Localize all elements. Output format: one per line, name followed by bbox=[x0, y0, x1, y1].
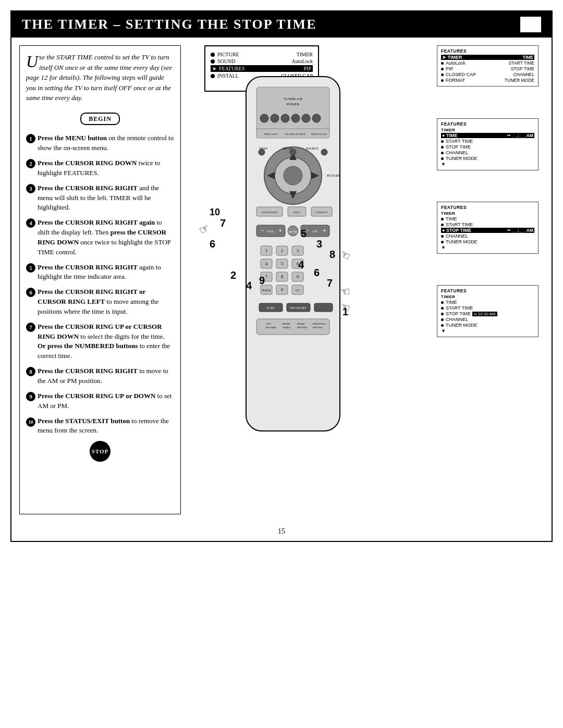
menu2-header: FEATURES bbox=[441, 121, 534, 127]
svg-text:8: 8 bbox=[281, 275, 283, 279]
down-arrow-icon-2: ▼ bbox=[441, 245, 446, 250]
svg-point-25 bbox=[290, 149, 296, 155]
menu-panel-timer-time: FEATURES TIMER ● TIME •• _ _:_ _ AM STAR… bbox=[437, 118, 538, 170]
menu2-channel: CHANNEL bbox=[446, 150, 468, 155]
svg-text:STATUS/EXIT: STATUS/EXIT bbox=[262, 211, 278, 214]
menu3-starttime-row: START TIME bbox=[441, 222, 534, 227]
svg-text:4: 4 bbox=[265, 262, 267, 266]
step-4-num: 4 bbox=[26, 218, 35, 228]
step-7-text: Press the CURSOR RING UP or CURSOR RING … bbox=[38, 322, 174, 361]
menu4-tunermode: TUNER MODE bbox=[446, 323, 478, 328]
header-title: THE TIMER – SETTING THE STOP TIME bbox=[22, 17, 316, 32]
menu1-timer-label: TIMER bbox=[448, 55, 462, 60]
menu1-pip-row: PIP STOP TIME bbox=[441, 66, 534, 71]
svg-text:1: 1 bbox=[265, 249, 267, 253]
menu1-pip: PIP bbox=[446, 66, 454, 71]
menu4-stoptime-label: STOP TIME bbox=[446, 311, 471, 316]
menu1-header: FEATURES bbox=[441, 48, 534, 54]
down-arrow-icon-3: ▼ bbox=[441, 328, 446, 334]
menu3-tunermode-row: TUNER MODE bbox=[441, 239, 534, 244]
menu4-tunermode-row: TUNER MODE bbox=[441, 323, 534, 328]
svg-text:BACK: BACK bbox=[262, 289, 271, 292]
svg-point-7 bbox=[291, 114, 300, 122]
screen-right-timer: TIMER bbox=[297, 52, 313, 57]
svg-point-9 bbox=[312, 114, 321, 122]
menu2-time-val: •• _ _:_ _ AM bbox=[507, 133, 533, 138]
screen-right-pip: PIP bbox=[304, 66, 311, 71]
svg-point-5 bbox=[271, 114, 279, 122]
svg-point-8 bbox=[302, 114, 310, 122]
step-7: 7 Press the CURSOR RING UP or CURSOR RIN… bbox=[26, 322, 174, 361]
menu3-header: FEATURES bbox=[441, 205, 534, 210]
dot12 bbox=[441, 241, 444, 243]
step-5: 5 Press the CURSOR RING RIGHT again to h… bbox=[26, 263, 174, 282]
menu-panel-features-timer: FEATURES ➤ TIMER TIME AutoLock START TIM… bbox=[437, 45, 538, 87]
step-label-7b: 7 bbox=[327, 277, 333, 289]
begin-button: BEGIN bbox=[80, 113, 120, 126]
menu3-starttime: START TIME bbox=[446, 222, 473, 227]
dot3 bbox=[441, 73, 444, 76]
menu4-channel-row: CHANNEL bbox=[441, 317, 534, 322]
svg-text:MOVIES: MOVIES bbox=[313, 326, 323, 329]
step-7-num: 7 bbox=[26, 322, 35, 332]
menu4-stoptime-val: •• 10:30 AM bbox=[472, 312, 497, 316]
dot7 bbox=[441, 152, 444, 154]
svg-text:PICTURE: PICTURE bbox=[327, 174, 340, 177]
hand-cursor-right-2: ☞ bbox=[340, 285, 350, 299]
menu3-stoptime-row: ● STOP TIME •• _ _:_ _ AM bbox=[441, 228, 534, 233]
menu1-time-right: TIME bbox=[523, 55, 533, 60]
svg-text:GUIDE/TV: GUIDE/TV bbox=[315, 211, 328, 214]
svg-point-4 bbox=[260, 114, 268, 122]
step-10-text: Press the STATUS/EXIT button to remove t… bbox=[38, 416, 174, 436]
step-2-text: Press the CURSOR RING DOWN twice to high… bbox=[38, 158, 174, 178]
menu1-format: FORMAT bbox=[446, 78, 465, 83]
step-9-num: 9 bbox=[26, 391, 35, 402]
page-num-text: 15 bbox=[278, 527, 285, 535]
menu4-down-arrow: ▼ bbox=[441, 328, 534, 334]
step-2: 2 Press the CURSOR RING DOWN twice to hi… bbox=[26, 158, 174, 178]
step-1: 1 Press the MENU button on the remote co… bbox=[26, 133, 174, 153]
svg-text:ITN/: ITN/ bbox=[266, 323, 271, 325]
step-9: 9 Press the CURSOR RING UP or DOWN to se… bbox=[26, 391, 174, 411]
menu-panel-timer-stoptime-set: FEATURES TIMER TIME START TIME STOP TIME… bbox=[437, 285, 538, 337]
step-1-text: Press the MENU button on the remote cont… bbox=[38, 133, 174, 153]
left-panel: Use the START TIME control to set the TV… bbox=[19, 45, 181, 514]
svg-text:POWER: POWER bbox=[287, 102, 300, 106]
menu4-time-row: TIME bbox=[441, 300, 534, 305]
header-bar: THE TIMER – SETTING THE STOP TIME bbox=[11, 11, 552, 38]
menu2-stoptime-row: STOP TIME bbox=[441, 144, 534, 150]
svg-text:7: 7 bbox=[265, 275, 267, 279]
down-arrow-icon: ▼ bbox=[441, 162, 446, 167]
bullet-2 bbox=[211, 59, 215, 64]
svg-text:OPEN/CLOSE: OPEN/CLOSE bbox=[311, 133, 327, 135]
step-1-num: 1 bbox=[26, 133, 35, 144]
screen-label-picture: PICTURE bbox=[217, 52, 239, 57]
svg-point-16 bbox=[284, 166, 302, 185]
step-label-9: 9 bbox=[259, 275, 265, 287]
svg-text:CH: CH bbox=[312, 229, 317, 233]
screen-label-features: FEATURES bbox=[219, 66, 244, 71]
step-3: 3 Press the CURSOR RING RIGHT and the me… bbox=[26, 183, 174, 213]
step-label-6a: 6 bbox=[210, 238, 215, 250]
dot17 bbox=[441, 324, 444, 327]
main-content: Use the START TIME control to set the TV… bbox=[11, 38, 552, 522]
svg-text:2: 2 bbox=[281, 249, 283, 253]
svg-text:5: 5 bbox=[281, 262, 283, 266]
svg-text:MUTE: MUTE bbox=[289, 230, 298, 233]
menu1-closedcap: CLOSED CAP bbox=[446, 72, 476, 77]
step-label-6b: 6 bbox=[314, 267, 320, 279]
menu2-time-label: TIME bbox=[446, 133, 458, 138]
menu2-down-arrow: ▼ bbox=[441, 162, 534, 167]
right-panel: PICTURE TIMER SOUND AutoLock ➤ FEATURES … bbox=[189, 45, 544, 514]
menu4-stoptime-row: STOP TIME •• 10:30 AM bbox=[441, 311, 534, 316]
menu3-stoptime-label: STOP TIME bbox=[446, 228, 471, 233]
screen-label-sound: SOUND bbox=[217, 58, 235, 64]
step-4: 4 Press the CURSOR RING RIGHT again to s… bbox=[26, 218, 174, 257]
svg-text:3: 3 bbox=[297, 249, 299, 253]
svg-rect-72 bbox=[314, 303, 333, 312]
step-5-num: 5 bbox=[26, 263, 35, 273]
svg-text:VOL: VOL bbox=[267, 229, 274, 233]
step-label-2: 2 bbox=[230, 269, 236, 281]
svg-point-26 bbox=[321, 149, 327, 155]
menu4-header: FEATURES bbox=[441, 288, 534, 293]
